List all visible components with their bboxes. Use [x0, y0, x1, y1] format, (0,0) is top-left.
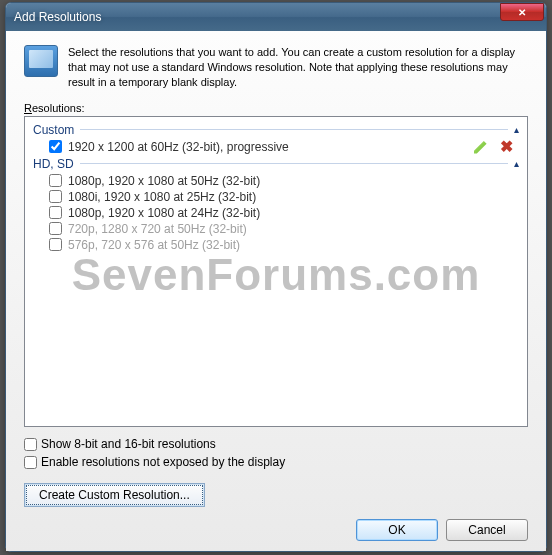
- chevron-up-icon: ▴: [514, 158, 519, 169]
- resolution-checkbox[interactable]: [49, 206, 62, 219]
- ok-button[interactable]: OK: [356, 519, 438, 541]
- cancel-button[interactable]: Cancel: [446, 519, 528, 541]
- create-row: Create Custom Resolution...: [24, 483, 528, 507]
- titlebar: Add Resolutions ✕: [6, 3, 546, 31]
- monitor-icon: [24, 45, 58, 77]
- resolution-item[interactable]: 720p, 1280 x 720 at 50Hz (32-bit): [27, 221, 525, 237]
- footer-buttons: OK Cancel: [24, 507, 528, 541]
- create-custom-resolution-button[interactable]: Create Custom Resolution...: [24, 483, 205, 507]
- pencil-icon[interactable]: [474, 140, 488, 154]
- group-header-hdsd[interactable]: HD, SD ▴: [27, 155, 525, 173]
- resolution-checkbox[interactable]: [49, 190, 62, 203]
- opt-enable-exposed[interactable]: Enable resolutions not exposed by the di…: [24, 455, 528, 469]
- checkbox-enable-exposed[interactable]: [24, 456, 37, 469]
- intro-text: Select the resolutions that you want to …: [68, 45, 528, 90]
- resolution-item[interactable]: 1080p, 1920 x 1080 at 50Hz (32-bit): [27, 173, 525, 189]
- delete-icon[interactable]: ✖: [500, 140, 513, 154]
- close-icon: ✕: [518, 7, 526, 18]
- close-button[interactable]: ✕: [500, 3, 544, 21]
- intro-row: Select the resolutions that you want to …: [24, 45, 528, 90]
- chevron-up-icon: ▴: [514, 124, 519, 135]
- resolutions-listbox[interactable]: Custom ▴ 1920 x 1200 at 60Hz (32-bit), p…: [24, 116, 528, 427]
- window-title: Add Resolutions: [14, 10, 500, 24]
- opt-show-8-16[interactable]: Show 8-bit and 16-bit resolutions: [24, 437, 528, 451]
- resolution-checkbox[interactable]: [49, 174, 62, 187]
- checkbox-show-8-16[interactable]: [24, 438, 37, 451]
- resolutions-label: Resolutions:: [24, 102, 528, 114]
- options: Show 8-bit and 16-bit resolutions Enable…: [24, 437, 528, 469]
- resolution-item[interactable]: 576p, 720 x 576 at 50Hz (32-bit): [27, 237, 525, 253]
- group-header-custom[interactable]: Custom ▴: [27, 121, 525, 139]
- resolution-checkbox[interactable]: [49, 222, 62, 235]
- resolution-checkbox[interactable]: [49, 238, 62, 251]
- dialog-window: Add Resolutions ✕ Select the resolutions…: [5, 2, 547, 552]
- resolution-checkbox[interactable]: [49, 140, 62, 153]
- resolution-item[interactable]: 1080p, 1920 x 1080 at 24Hz (32-bit): [27, 205, 525, 221]
- resolution-item[interactable]: 1080i, 1920 x 1080 at 25Hz (32-bit): [27, 189, 525, 205]
- dialog-body: Select the resolutions that you want to …: [6, 31, 546, 551]
- resolution-item-custom[interactable]: 1920 x 1200 at 60Hz (32-bit), progressiv…: [27, 139, 525, 155]
